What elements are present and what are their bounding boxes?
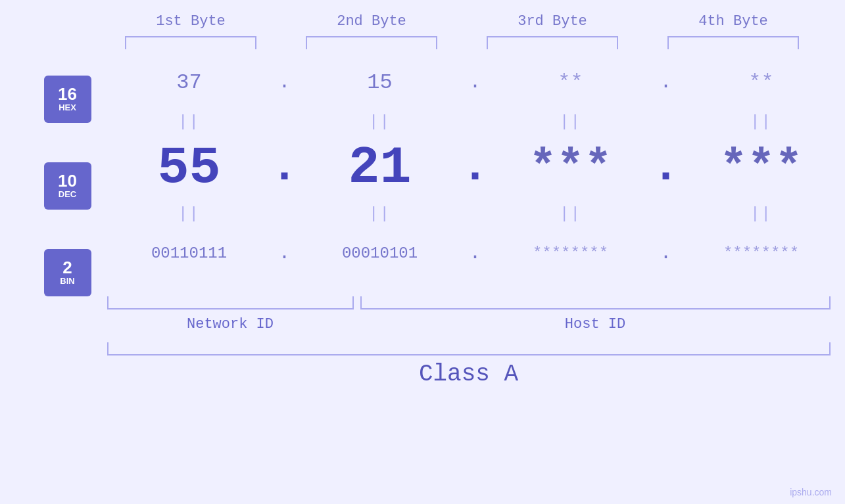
byte-headers: 1st Byte 2nd Byte 3rd Byte 4th Byte (101, 13, 824, 30)
badges-column: 16 HEX 10 DEC 2 BIN (28, 56, 107, 296)
sep-row-2: || || || || (107, 200, 844, 227)
dec-row: 55 . 21 . *** . *** (107, 135, 844, 200)
bottom-section: Network ID Host ID (107, 296, 831, 332)
dec-b3: *** (489, 142, 653, 194)
main-area: 16 HEX 10 DEC 2 BIN 37 . (28, 56, 844, 296)
dot-hex-3: . (653, 71, 679, 93)
dot-hex-2: . (462, 71, 489, 93)
values-grid: 37 . 15 . ** . ** (107, 56, 844, 296)
sep2-b1: || (107, 205, 272, 223)
bin-b2: 00010101 (298, 244, 462, 262)
hex-b3: ** (489, 70, 653, 95)
hex-b2: 15 (298, 70, 462, 95)
byte1-header: 1st Byte (118, 13, 263, 30)
network-id-label: Network ID (107, 316, 354, 332)
byte4-header: 4th Byte (661, 13, 806, 30)
dot-bin-3: . (653, 242, 679, 264)
dot-dec-3: . (653, 145, 679, 191)
hex-row: 37 . 15 . ** . ** (107, 56, 844, 108)
hex-b1: 37 (107, 70, 272, 95)
byte3-header: 3rd Byte (480, 13, 625, 30)
byte2-header: 2nd Byte (299, 13, 444, 30)
dec-b4: *** (679, 142, 844, 194)
sep1-b3: || (489, 113, 653, 131)
hex-badge: 16 HEX (44, 76, 91, 123)
dec-b1: 55 (107, 138, 272, 198)
bottom-brackets (107, 296, 831, 313)
id-labels: Network ID Host ID (107, 316, 831, 332)
sep1-b4: || (679, 113, 844, 131)
sep1-b1: || (107, 113, 272, 131)
dot-hex-1: . (272, 71, 298, 93)
sep1-b2: || (298, 113, 462, 131)
dec-b2: 21 (298, 138, 462, 198)
sep2-b3: || (489, 205, 653, 223)
watermark: ipshu.com (790, 487, 832, 497)
top-brackets-row (101, 36, 824, 56)
bin-b4: ******** (679, 244, 844, 262)
class-label: Class A (107, 361, 831, 388)
bracket-top-4 (667, 36, 799, 49)
bracket-top-2 (306, 36, 437, 49)
bin-row: 00110111 . 00010101 . ******** . (107, 227, 844, 279)
dot-bin-1: . (272, 242, 298, 264)
dot-dec-1: . (272, 145, 298, 191)
class-section: Class A (107, 342, 831, 388)
hex-b4: ** (679, 70, 844, 95)
dot-dec-2: . (462, 145, 489, 191)
host-id-label: Host ID (360, 316, 831, 332)
network-bracket (107, 296, 354, 309)
bracket-top-1 (125, 36, 256, 49)
sep-row-1: || || || || (107, 108, 844, 135)
dec-badge: 10 DEC (44, 162, 91, 210)
dot-bin-2: . (462, 242, 489, 264)
sep2-b4: || (679, 205, 844, 223)
bin-badge: 2 BIN (44, 249, 91, 296)
bin-b3: ******** (489, 244, 653, 262)
main-container: 1st Byte 2nd Byte 3rd Byte 4th Byte 16 H… (0, 0, 845, 504)
bin-b1: 00110111 (107, 244, 272, 262)
bracket-top-3 (487, 36, 618, 49)
class-bracket (107, 342, 831, 355)
sep2-b2: || (298, 205, 462, 223)
host-bracket (360, 296, 831, 309)
